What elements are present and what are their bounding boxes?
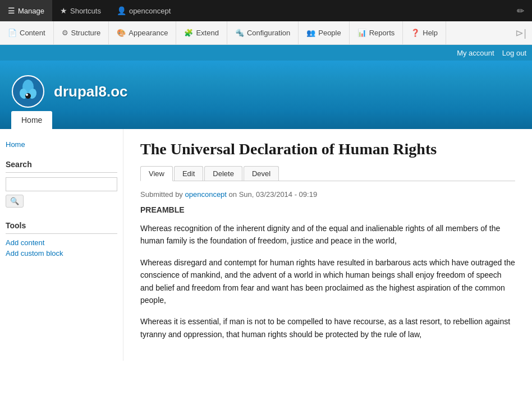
appearance-icon: 🎨 (117, 29, 126, 37)
breadcrumb[interactable]: Home (6, 140, 117, 149)
admin-toolbar: ☰ Manage ★ Shortcuts 👤 openconcept ✏ (0, 0, 532, 21)
nav-appearance[interactable]: 🎨 Appearance (109, 21, 176, 44)
search-icon: 🔍 (10, 197, 19, 205)
people-icon: 👥 (306, 29, 315, 37)
configuration-icon: 🔩 (235, 29, 244, 37)
tools-block-title: Tools (6, 221, 117, 234)
content-tabs: View Edit Delete Devel (140, 166, 515, 181)
add-custom-block-link[interactable]: Add custom block (6, 249, 117, 257)
tab-view[interactable]: View (140, 166, 173, 181)
reports-icon: 📊 (357, 29, 366, 37)
tab-devel[interactable]: Devel (244, 166, 279, 181)
structure-icon: ⚙ (62, 29, 68, 37)
submitted-info: Submitted by openconcept on Sun, 03/23/2… (140, 190, 515, 199)
preamble-heading: PREAMBLE (140, 205, 515, 214)
nav-people[interactable]: 👥 People (299, 21, 349, 44)
nav-help[interactable]: ❓ Help (403, 21, 446, 44)
hamburger-icon: ☰ (8, 6, 15, 15)
my-account-link[interactable]: My account (457, 49, 494, 57)
nav-configuration[interactable]: 🔩 Configuration (227, 21, 299, 44)
site-header: drupal8.oc (0, 61, 532, 111)
nav-extend[interactable]: 🧩 Extend (176, 21, 227, 44)
star-icon: ★ (60, 6, 67, 15)
content-area: The Universal Declaration of Human Right… (123, 129, 532, 361)
paragraph-1: Whereas recognition of the inherent dign… (140, 222, 515, 247)
extend-icon: 🧩 (184, 29, 193, 37)
nav-right-icon: ⊳| (510, 21, 532, 44)
nav-structure[interactable]: ⚙ Structure (54, 21, 109, 44)
search-block-title: Search (6, 160, 117, 173)
site-nav: Home (0, 111, 532, 129)
add-content-link[interactable]: Add content (6, 238, 117, 247)
search-input[interactable] (6, 177, 117, 191)
search-block: Search 🔍 (6, 160, 117, 208)
user-bar: My account Log out (0, 45, 532, 61)
svg-point-4 (25, 93, 31, 99)
paragraph-3: Whereas it is essential, if man is not t… (140, 315, 515, 341)
tab-delete[interactable]: Delete (204, 166, 242, 181)
sidebar: Home Search 🔍 Tools Add content Add cust… (0, 129, 123, 361)
tab-edit[interactable]: Edit (174, 166, 203, 181)
nav-content[interactable]: 📄 Content (0, 21, 54, 44)
page-title: The Universal Declaration of Human Right… (140, 140, 515, 158)
nav-bar: 📄 Content ⚙ Structure 🎨 Appearance 🧩 Ext… (0, 21, 532, 45)
user-icon: 👤 (117, 6, 126, 15)
main-layout: Home Search 🔍 Tools Add content Add cust… (0, 129, 532, 361)
paragraph-2: Whereas disregard and contempt for human… (140, 256, 515, 307)
svg-point-5 (26, 94, 28, 96)
drupal-logo (11, 75, 45, 108)
log-out-link[interactable]: Log out (502, 49, 526, 57)
user-button[interactable]: 👤 openconcept (109, 0, 178, 21)
nav-reports[interactable]: 📊 Reports (350, 21, 403, 44)
nav-tab-home[interactable]: Home (11, 111, 52, 129)
submitted-user-link[interactable]: openconcept (185, 190, 227, 199)
help-icon: ❓ (411, 29, 420, 37)
edit-shortcut-icon[interactable]: ✏ (509, 6, 532, 16)
content-icon: 📄 (8, 29, 17, 37)
tools-block: Tools Add content Add custom block (6, 221, 117, 257)
shortcuts-button[interactable]: ★ Shortcuts (52, 0, 109, 21)
site-name: drupal8.oc (54, 83, 127, 100)
search-button[interactable]: 🔍 (6, 195, 24, 208)
manage-button[interactable]: ☰ Manage (0, 0, 52, 21)
